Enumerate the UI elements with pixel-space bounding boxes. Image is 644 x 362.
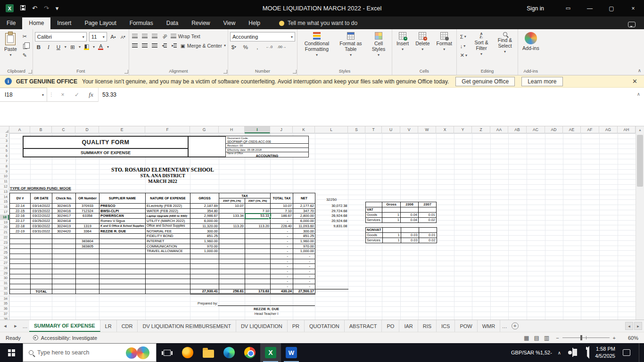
decrease-decimal-button[interactable]: .00→ [277,43,286,51]
addins-button[interactable]: Add-ins [520,31,542,52]
column-header-AE[interactable]: AE [563,126,581,133]
conditional-formatting-button[interactable]: Conditional Formatting▾ [299,31,334,58]
column-header-J[interactable]: J [270,126,293,133]
nonvat-rates-table[interactable]: NONVATGoods10.030.01Services10.030.02 [365,227,437,243]
battery-icon[interactable] [572,348,573,357]
formula-input[interactable]: 53.33 [98,88,644,102]
align-right-button[interactable] [151,41,158,49]
row-header-26[interactable]: 26 [0,255,9,261]
expense-row[interactable]: -- [10,259,348,264]
selected-cell[interactable]: 53.33 [245,214,271,219]
font-size-combo[interactable]: 11▾ [89,32,107,41]
column-header-T[interactable]: T [365,126,382,133]
column-header-Y[interactable]: Y [454,126,472,133]
fill-button[interactable]: ↓ ▾ [459,42,469,50]
expense-row[interactable]: -- [10,279,348,284]
horizontal-scrollbar[interactable]: ◂ ▸ [625,320,644,332]
zoom-out-button[interactable]: − [556,335,559,341]
row-header-18[interactable]: 18 [0,215,9,220]
new-sheet-button[interactable]: + [509,320,521,332]
expense-row[interactable]: TRAVEL ALLOWANCE1,000.00-1,000.00 [10,249,348,254]
row-header-27[interactable]: 27 [0,261,9,266]
align-top-button[interactable] [131,32,139,40]
save-button[interactable] [20,5,25,12]
chrome-button[interactable] [239,343,260,362]
sheet-nav-left-icon[interactable]: ◂ [0,320,10,332]
italic-button[interactable]: I [45,43,52,51]
excel-taskbar-button[interactable]: X [260,343,281,362]
expense-row[interactable]: -- [10,284,348,289]
find-select-button[interactable]: Find & Select▾ [494,31,516,55]
sheet-tab-summary-of-expense[interactable]: SUMMARY OF EXPENSE [29,320,100,332]
minimize-button[interactable]: — [579,0,601,16]
format-as-table-button[interactable]: Format as Table▾ [336,31,365,58]
row-header-11[interactable]: 11 [0,179,9,184]
row-header-3[interactable]: 3 [0,139,9,144]
row-header-7[interactable]: 7 [0,159,9,164]
ribbon-tab-help[interactable]: Help [242,17,267,29]
row-header-38[interactable]: 38 [0,317,9,320]
column-header-L[interactable]: L [315,126,348,133]
sheet-tab-quotation[interactable]: QUOTATION [305,320,345,332]
row-header-9[interactable]: 9 [0,169,9,174]
search-input[interactable] [37,349,113,356]
underline-button[interactable]: U [55,43,62,51]
ribbon-tab-formulas[interactable]: Formulas [123,17,160,29]
expense-row[interactable]: 383805COMMUNICATION970.00-970.00 [10,244,348,249]
sheet-tab-lr[interactable]: LR [100,320,117,332]
sheet-nav-right-icon[interactable]: ▸ [10,320,21,332]
row-header-37[interactable]: 37 [0,312,9,317]
expense-row[interactable]: 383804INTERNET1,960.00-1,960.00 [10,239,348,244]
sheet-tab-po[interactable]: PO [382,320,399,332]
name-box[interactable]: I18 ▾ [0,88,47,102]
fill-color-button[interactable]: ◧ [83,43,91,51]
zoom-level[interactable]: 60% [622,335,638,341]
ribbon-tab-view[interactable]: View [217,17,242,29]
row-header-35[interactable]: 35 [0,301,9,306]
row-header-34[interactable]: 34 [0,296,9,302]
row-header-29[interactable]: 29 [0,271,9,276]
expense-row[interactable]: -- [10,269,348,274]
row-header-25[interactable]: 25 [0,250,9,255]
insert-cells-button[interactable]: + Insert▾ [394,31,411,53]
sheet-tab-ics[interactable]: ICS [437,320,455,332]
expense-table[interactable]: DV #OR DATECheck No.OR NumberSUPPLIER NA… [9,193,348,295]
format-painter-button[interactable]: ✎ [21,51,31,59]
autosum-button[interactable]: Σ ▾ [459,33,469,41]
formula-bar-splitter[interactable]: ⋮ [47,88,56,102]
row-header-12[interactable]: 12 [0,184,9,189]
percent-style-button[interactable]: % [242,43,249,51]
confirm-entry-button[interactable]: ✓ [70,91,84,98]
undo-button[interactable]: ↶ [32,5,37,12]
page-layout-view-button[interactable]: ▤ [534,335,539,341]
currency-ticker[interactable]: GBP/SAR %1,52- [511,350,552,355]
sheet-tab-cdr[interactable]: CDR [117,320,138,332]
banner-close-icon[interactable]: ✕ [632,78,637,85]
column-header-W[interactable]: W [418,126,436,133]
orientation-button[interactable]: ab [159,31,170,41]
expense-row[interactable]: 22-1803/30/202230244191319K and G Office… [10,223,348,229]
sheet-tab-wmr[interactable]: WMR [478,320,501,332]
scroll-up-icon[interactable]: ▴ [636,126,644,134]
align-middle-button[interactable] [141,32,149,40]
row-header-36[interactable]: 36 [0,306,9,312]
row-header-28[interactable]: 28 [0,266,9,271]
column-header-AC[interactable]: AC [527,126,545,133]
sign-in-button[interactable]: Sign in [527,5,544,12]
sheet-overflow-right[interactable]: … [500,320,509,332]
select-all-corner[interactable] [0,126,9,133]
row-header-20[interactable]: 20 [0,225,9,230]
page-break-view-button[interactable]: ▥ [544,335,549,341]
name-box-dropdown-icon[interactable]: ▾ [42,93,44,97]
sheet-tab-abstract[interactable]: ABSTRACT [345,320,382,332]
column-header-B[interactable]: B [30,126,52,133]
sheet-tab-pr[interactable]: PR [288,320,305,332]
row-header-24[interactable]: 24 [0,246,9,251]
tray-expand-icon[interactable]: ∧ [558,350,561,355]
row-header-2[interactable]: 2 [0,133,9,139]
show-desktop-button[interactable] [639,343,641,362]
word-taskbar-button[interactable]: W [281,343,302,362]
edge-button[interactable] [219,343,239,362]
get-genuine-office-button[interactable]: Get genuine Office [455,77,515,86]
maximize-button[interactable]: ▢ [601,0,622,16]
